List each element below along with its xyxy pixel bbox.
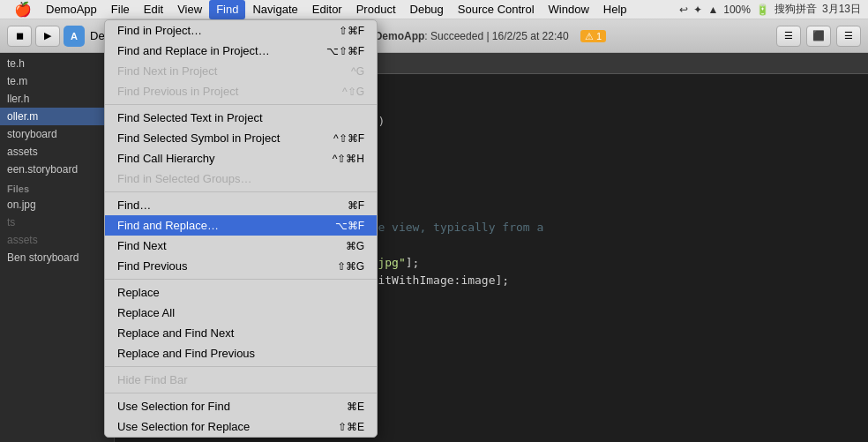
menu-item-label: Find Call Hierarchy — [117, 152, 215, 165]
menu-item-label: Replace and Find Next — [117, 326, 234, 340]
find-menu[interactable]: Find in Project… ⇧⌘F Find and Replace in… — [104, 19, 378, 438]
menu-item-find[interactable]: Find… ⌘F — [105, 195, 377, 215]
menu-item-label: Hide Find Bar — [117, 373, 187, 386]
sidebar: te.h te.m ller.h oller.m storyboard asse… — [0, 53, 115, 442]
menu-item-replace-find-next[interactable]: Replace and Find Next — [105, 323, 377, 343]
menu-item-shortcut: ^⇧⌘F — [333, 132, 364, 145]
menu-item-shortcut: ^⇧G — [342, 86, 364, 98]
menu-item-label: Replace — [117, 286, 160, 299]
menu-separator — [105, 393, 377, 393]
menu-item-shortcut: ⌘G — [346, 240, 364, 252]
bluetooth-icon: ✦ — [693, 4, 702, 16]
menu-item-label: Find in Selected Groups… — [117, 172, 251, 185]
menu-item-shortcut: ^⇧⌘H — [333, 153, 364, 165]
sidebar-item-oller-m[interactable]: oller.m — [0, 108, 114, 125]
menubar-editor[interactable]: Editor — [305, 0, 349, 19]
menu-item-replace-find-prev[interactable]: Replace and Find Previous — [105, 343, 377, 363]
menu-item-shortcut: ⇧⌘G — [337, 260, 364, 273]
ime-indicator: 搜狗拼音 — [774, 2, 817, 17]
sidebar-item-ller-h[interactable]: ller.h — [0, 90, 114, 108]
menubar-file[interactable]: File — [104, 0, 137, 19]
battery-icon: 🔋 — [756, 4, 769, 16]
menu-item-shortcut: ⌥⇧⌘F — [326, 45, 364, 57]
menu-item-find-replace-in-project[interactable]: Find and Replace in Project… ⌥⇧⌘F — [105, 41, 377, 61]
menubar-source-control[interactable]: Source Control — [451, 0, 542, 19]
menu-item-shortcut: ⌘E — [347, 401, 364, 413]
menu-separator — [105, 279, 377, 280]
sidebar-section-files: Files — [0, 178, 114, 196]
menu-item-label: Find and Replace in Project… — [117, 44, 270, 57]
menu-item-find-selected-symbol[interactable]: Find Selected Symbol in Project ^⇧⌘F — [105, 128, 377, 148]
menu-item-shortcut: ⌘F — [348, 199, 364, 212]
menu-item-find-next-in-project: Find Next in Project ^G — [105, 61, 377, 81]
sidebar-item-on-jpg[interactable]: on.jpg — [0, 196, 114, 214]
date-indicator: 3月13日 — [822, 2, 861, 17]
inspector-toggle[interactable]: ☰ — [836, 26, 861, 47]
menu-item-label: Find Selected Text in Project — [117, 111, 263, 124]
menu-item-find-next[interactable]: Find Next ⌘G — [105, 236, 377, 256]
build-timestamp: 16/2/25 at 22:40 — [492, 30, 569, 42]
menubar-demoapp[interactable]: DemoApp — [39, 0, 104, 19]
menu-item-label: Replace All — [117, 306, 175, 319]
menubar-help[interactable]: Help — [596, 0, 634, 19]
menu-separator — [105, 191, 377, 192]
warning-badge: ⚠ 1 — [580, 30, 606, 42]
menu-item-find-selected-text[interactable]: Find Selected Text in Project — [105, 108, 377, 128]
menu-item-find-call-hierarchy[interactable]: Find Call Hierarchy ^⇧⌘H — [105, 148, 377, 169]
sidebar-item-ts[interactable]: ts — [0, 214, 114, 231]
menu-item-use-selection-replace[interactable]: Use Selection for Replace ⇧⌘E — [105, 416, 377, 437]
menu-item-label: Find Next in Project — [117, 64, 217, 78]
menu-item-label: Find Selected Symbol in Project — [117, 131, 280, 145]
sidebar-item-storyboard[interactable]: storyboard — [0, 125, 114, 143]
history-icon: ↩ — [679, 4, 688, 16]
menu-separator — [105, 366, 377, 367]
toolbar-right-icons: ☰ ⬛ ☰ — [776, 26, 861, 47]
menu-item-label: Find and Replace… — [117, 219, 219, 232]
menu-item-label: Use Selection for Replace — [117, 420, 250, 433]
debug-toggle[interactable]: ⬛ — [806, 26, 831, 47]
build-app-name: DemoApp — [375, 30, 425, 42]
build-result: Succeeded — [430, 30, 483, 42]
menu-item-shortcut: ⌥⌘F — [335, 220, 364, 232]
sidebar-item-assets[interactable]: assets — [0, 143, 114, 161]
menu-item-hide-find-bar: Hide Find Bar — [105, 370, 377, 390]
menu-item-label: Find… — [117, 199, 151, 212]
menu-item-shortcut: ⇧⌘F — [339, 25, 364, 37]
menu-item-find-in-project[interactable]: Find in Project… ⇧⌘F — [105, 20, 377, 41]
menubar-view[interactable]: View — [170, 0, 209, 19]
menubar-product[interactable]: Product — [349, 0, 403, 19]
menu-item-find-prev[interactable]: Find Previous ⇧⌘G — [105, 256, 377, 276]
sidebar-item-een-storyboard[interactable]: een.storyboard — [0, 161, 114, 178]
menu-item-label: Find Previous — [117, 259, 187, 273]
menu-separator — [105, 104, 377, 105]
menubar-system-right: ↩ ✦ ▲ 100% 🔋 搜狗拼音 3月13日 — [679, 2, 861, 17]
menu-item-replace[interactable]: Replace — [105, 282, 377, 303]
battery-indicator: 100% — [723, 4, 751, 16]
stop-button[interactable]: ◼ — [7, 26, 32, 47]
menu-item-label: Use Selection for Find — [117, 400, 230, 413]
app-icon: A — [64, 26, 85, 47]
menubar-debug[interactable]: Debug — [403, 0, 451, 19]
menubar-edit[interactable]: Edit — [137, 0, 170, 19]
menu-item-find-in-groups: Find in Selected Groups… — [105, 169, 377, 189]
sidebar-item-ben-storyboard[interactable]: Ben storyboard — [0, 249, 114, 266]
menu-item-find-and-replace[interactable]: Find and Replace… ⌥⌘F — [105, 215, 377, 236]
play-button[interactable]: ▶ — [35, 26, 60, 47]
sidebar-item-assets2[interactable]: assets — [0, 231, 114, 249]
menubar: 🍎 DemoApp File Edit View Find Navigate E… — [0, 0, 868, 19]
menu-item-use-selection-find[interactable]: Use Selection for Find ⌘E — [105, 396, 377, 416]
menu-item-shortcut: ^G — [351, 65, 364, 78]
menubar-find[interactable]: Find — [209, 0, 245, 19]
menu-item-label: Find Previous in Project — [117, 85, 238, 98]
menu-item-label: Replace and Find Previous — [117, 347, 255, 360]
menu-item-replace-all[interactable]: Replace All — [105, 303, 377, 323]
apple-menu[interactable]: 🍎 — [7, 0, 39, 19]
sidebar-item-te-h[interactable]: te.h — [0, 55, 114, 72]
navigator-toggle[interactable]: ☰ — [776, 26, 801, 47]
menubar-navigate[interactable]: Navigate — [245, 0, 304, 19]
wifi-icon: ▲ — [707, 4, 718, 16]
menu-item-label: Find Next — [117, 239, 167, 252]
sidebar-item-te-m[interactable]: te.m — [0, 72, 114, 90]
menubar-window[interactable]: Window — [542, 0, 596, 19]
menu-item-shortcut: ⇧⌘E — [338, 421, 364, 433]
